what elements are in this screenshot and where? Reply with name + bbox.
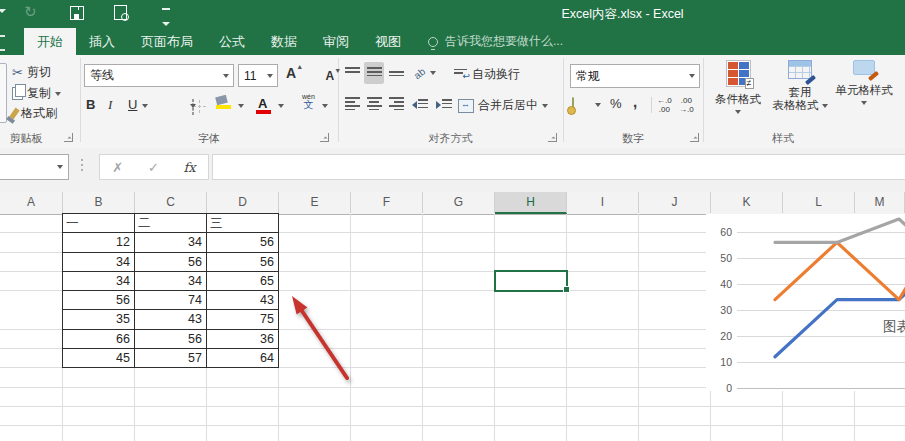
formula-input[interactable] [212,154,905,180]
align-right-button[interactable] [386,94,406,116]
qat-overflow-caret-icon[interactable] [0,9,6,13]
tab-审阅[interactable]: 审阅 [310,28,362,55]
table-header-cell[interactable]: 三 [207,214,279,233]
table-cell[interactable]: 64 [207,349,279,368]
accounting-format-icon[interactable] [572,97,574,113]
customize-quick-access-icon[interactable] [162,8,170,30]
decrease-font-size-button[interactable]: A▼ [325,69,334,83]
enter-icon[interactable]: ✓ [148,160,159,175]
underline-button[interactable]: U [128,97,137,112]
orientation-icon[interactable]: ab [412,66,428,82]
file-tab-fragment[interactable] [0,35,5,51]
fill-color-button[interactable] [216,96,227,104]
table-cell[interactable]: 45 [63,349,135,368]
column-header-J[interactable]: J [639,192,711,213]
comma-style-button[interactable]: , [633,93,637,110]
column-header-E[interactable]: E [279,192,351,213]
tab-公式[interactable]: 公式 [206,28,258,55]
print-preview-icon[interactable] [114,5,127,20]
align-top-button[interactable] [342,62,362,84]
table-cell[interactable]: 66 [63,330,135,349]
italic-button[interactable]: I [108,97,112,113]
decrease-decimal-button[interactable]: .00 →.0 [679,96,694,114]
increase-indent-button[interactable] [436,99,452,110]
column-header-M[interactable]: M [855,192,905,213]
table-cell[interactable]: 74 [135,291,207,310]
table-cell[interactable]: 12 [63,233,135,252]
font-color-button[interactable]: A [258,96,267,111]
alignment-dialog-launcher-icon[interactable] [548,133,557,142]
chevron-down-icon[interactable] [190,104,196,108]
chevron-down-icon[interactable] [430,71,436,75]
fill-handle[interactable] [563,286,570,293]
tab-视图[interactable]: 视图 [362,28,414,55]
tab-页面布局[interactable]: 页面布局 [128,28,206,55]
percent-style-button[interactable]: % [610,96,622,111]
column-header-I[interactable]: I [567,192,639,213]
paste-button-fragment[interactable] [0,63,7,123]
table-header-cell[interactable]: 一 [63,214,135,233]
column-header-F[interactable]: F [351,192,423,213]
column-header-H[interactable]: H [495,192,567,214]
table-cell[interactable]: 75 [207,310,279,329]
column-header-D[interactable]: D [207,192,279,213]
format-painter-button[interactable]: 格式刷 [12,105,57,122]
tab-数据[interactable]: 数据 [258,28,310,55]
table-cell[interactable]: 35 [63,310,135,329]
column-header-G[interactable]: G [423,192,495,213]
cut-button[interactable]: ✂ 剪切 [12,64,51,81]
chevron-down-icon[interactable] [595,103,601,107]
phonetic-guide-button[interactable]: wén 文 [302,93,315,110]
chevron-down-icon[interactable] [238,104,244,108]
clipboard-dialog-launcher-icon[interactable] [64,133,73,142]
selected-cell-outline[interactable] [494,270,568,292]
wrap-text-button[interactable]: ↩ 自动换行 [454,66,520,83]
redo-icon[interactable]: ↻ [24,3,37,21]
align-middle-button[interactable] [364,62,384,84]
table-header-cell[interactable]: 二 [135,214,207,233]
table-cell[interactable]: 34 [135,272,207,291]
tab-插入[interactable]: 插入 [76,28,128,55]
chevron-down-icon[interactable] [322,104,328,108]
increase-decimal-button[interactable]: ←.0 .00 [657,96,672,114]
align-left-button[interactable] [342,94,362,116]
number-dialog-launcher-icon[interactable] [690,133,699,142]
chevron-down-icon[interactable] [142,104,148,108]
table-cell[interactable]: 57 [135,349,207,368]
cell-styles-button[interactable]: 单元格样式 [829,60,899,105]
column-header-A[interactable]: A [0,192,63,213]
table-cell[interactable]: 34 [135,233,207,252]
column-header-B[interactable]: B [63,192,135,213]
table-cell[interactable]: 36 [207,330,279,349]
merge-center-button[interactable]: 合并后居中 [458,97,548,114]
table-cell[interactable]: 56 [207,233,279,252]
column-header-L[interactable]: L [783,192,855,213]
table-cell[interactable]: 65 [207,272,279,291]
insert-function-icon[interactable]: fx [183,160,195,175]
align-bottom-button[interactable] [386,62,406,84]
save-icon[interactable] [70,6,84,20]
table-cell[interactable]: 56 [135,330,207,349]
decrease-indent-button[interactable] [412,99,428,110]
chevron-down-icon[interactable] [278,104,284,108]
cancel-icon[interactable]: ✗ [112,160,123,175]
number-format-combo[interactable]: 常规 [570,64,700,88]
name-box[interactable] [0,154,69,180]
increase-font-size-button[interactable]: A▲ [286,65,296,81]
table-cell[interactable]: 34 [63,253,135,272]
column-header-C[interactable]: C [135,192,207,213]
table-cell[interactable]: 56 [135,253,207,272]
table-cell[interactable]: 56 [63,291,135,310]
table-cell[interactable]: 43 [135,310,207,329]
chart-object[interactable]: 图表标题 0102030405060 [706,214,905,391]
align-center-button[interactable] [364,94,384,116]
format-as-table-button[interactable]: 套用 表格格式 [771,60,829,112]
font-name-combo[interactable]: 等线 [84,64,234,87]
table-cell[interactable]: 34 [63,272,135,291]
table-cell[interactable]: 56 [207,253,279,272]
font-dialog-launcher-icon[interactable] [320,133,329,142]
table-cell[interactable]: 43 [207,291,279,310]
tab-开始[interactable]: 开始 [24,28,76,55]
font-size-combo[interactable]: 11 [238,64,278,87]
copy-button[interactable]: 复制 [12,85,61,102]
